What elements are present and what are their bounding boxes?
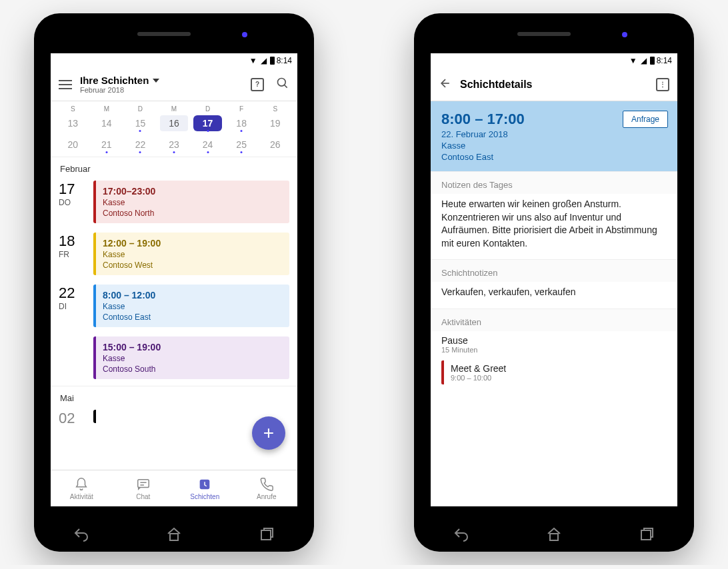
status-time: 8:14 (277, 56, 292, 65)
nav-calls[interactable]: Anrufe (236, 470, 298, 506)
back-hw-icon[interactable] (73, 526, 89, 542)
month-label: Februar (51, 157, 297, 178)
nav-shifts[interactable]: Schichten (174, 470, 236, 506)
shift-row[interactable]: 17DO 17:00–23:00KasseContoso North (51, 178, 297, 230)
recents-hw-icon[interactable] (639, 526, 655, 542)
chat-icon (136, 477, 151, 492)
phone-icon (259, 477, 274, 492)
detail-location: Kasse (441, 141, 667, 151)
shift-card[interactable]: 17:00–23:00KasseContoso North (93, 181, 289, 223)
svg-rect-7 (641, 530, 651, 540)
calendar-day[interactable]: 19 (258, 115, 292, 131)
day-notes-body: Heute erwarten wir keinen großen Ansturm… (431, 194, 677, 259)
activities-label: Aktivitäten (431, 308, 677, 331)
shift-card[interactable]: 15:00 – 19:00KasseContoso South (93, 336, 289, 379)
app-bar: Schichtdetails ⋮ (431, 68, 677, 101)
svg-rect-5 (261, 530, 271, 540)
status-bar: ▼ ◢ 8:14 (431, 53, 677, 68)
calendar-day[interactable]: 15 (123, 115, 157, 131)
home-hw-icon[interactable] (166, 526, 182, 542)
shift-notes-label: Schichtnotizen (431, 259, 677, 282)
home-hw-icon[interactable] (546, 526, 562, 542)
shift-row[interactable]: 22DI 8:00 – 12:00KasseContoso East (51, 282, 297, 334)
calendar-day[interactable]: 18 (225, 115, 259, 131)
calendar-day[interactable]: 24 (191, 137, 225, 153)
calendar-day[interactable]: 20 (56, 137, 90, 153)
back-hw-icon[interactable] (453, 526, 469, 542)
day-notes-label: Notizen des Tages (431, 171, 677, 194)
status-bar: ▼ ◢ 8:14 (51, 53, 297, 68)
calendar-day[interactable]: 25 (225, 137, 259, 153)
add-shift-fab[interactable]: + (252, 416, 285, 450)
status-time: 8:14 (657, 56, 672, 65)
bell-icon (74, 477, 89, 492)
nav-activity[interactable]: Aktivität (51, 470, 113, 506)
calendar-day-selected[interactable]: 17 (193, 115, 222, 131)
shift-notes-body: Verkaufen, verkaufen, verkaufen (431, 282, 677, 308)
shift-card[interactable]: 12:00 – 19:00KasseContoso West (93, 233, 289, 275)
details-title: Schichtdetails (460, 79, 532, 91)
chevron-down-icon (153, 79, 159, 83)
phone-frame-details: ▼ ◢ 8:14 Schichtdetails ⋮ 8:00 – 17:00 2… (414, 13, 694, 552)
calendar-day[interactable]: 13 (56, 115, 90, 131)
screen-details: ▼ ◢ 8:14 Schichtdetails ⋮ 8:00 – 17:00 2… (431, 53, 677, 506)
svg-rect-6 (550, 534, 558, 540)
nav-chat[interactable]: Chat (113, 470, 175, 506)
hardware-buttons (414, 526, 694, 542)
menu-icon[interactable] (59, 80, 72, 89)
weekday-header: SMDMDFS (51, 101, 297, 114)
svg-rect-2 (138, 479, 149, 487)
shift-detail-header: 8:00 – 17:00 22. Februar 2018 Kasse Cont… (431, 101, 677, 171)
battery-icon (650, 57, 655, 65)
app-title: Ihre Schichten (80, 75, 149, 86)
app-title-area[interactable]: Ihre Schichten Februar 2018 (80, 75, 243, 94)
battery-icon (270, 57, 275, 65)
calendar-day[interactable]: 23 (157, 137, 191, 153)
activity-item-pause[interactable]: Pause 15 Minuten (431, 331, 677, 358)
shifts-icon (197, 477, 212, 492)
recents-hw-icon[interactable] (259, 526, 275, 542)
request-button[interactable]: Anfrage (623, 111, 668, 128)
detail-date: 22. Februar 2018 (441, 129, 667, 139)
phone-frame-shifts: ▼ ◢ 8:14 Ihre Schichten Februar 2018 ? S… (34, 13, 314, 552)
calendar-day[interactable]: 26 (258, 137, 292, 153)
search-icon[interactable] (276, 77, 289, 93)
svg-point-0 (278, 78, 286, 86)
app-bar: Ihre Schichten Februar 2018 ? (51, 68, 297, 101)
calendar-row-2: 20 21 22 23 24 25 26 (51, 135, 297, 157)
hardware-buttons (34, 526, 314, 542)
bottom-nav: Aktivität Chat Schichten Anrufe (51, 470, 297, 506)
calendar-day[interactable]: 21 (90, 137, 124, 153)
calendar-row-1: 13 14 15 16 17 18 19 (51, 114, 297, 135)
screen-shifts: ▼ ◢ 8:14 Ihre Schichten Februar 2018 ? S… (51, 53, 297, 506)
detail-store: Contoso East (441, 152, 667, 162)
calendar-day[interactable]: 14 (90, 115, 124, 131)
shift-row[interactable]: 18FR 12:00 – 19:00KasseContoso West (51, 230, 297, 282)
back-icon[interactable] (439, 77, 452, 93)
month-label: Mai (51, 386, 297, 407)
app-subtitle: Februar 2018 (80, 86, 243, 94)
clock-help-icon[interactable]: ? (251, 78, 264, 91)
clock-share-icon[interactable]: ⋮ (656, 78, 669, 91)
shift-row[interactable]: 15:00 – 19:00KasseContoso South (51, 334, 297, 386)
calendar-day[interactable]: 22 (123, 137, 157, 153)
svg-rect-4 (170, 534, 178, 540)
activity-item-meet[interactable]: Meet & Greet 9:00 – 10:00 (441, 360, 667, 384)
svg-line-1 (285, 85, 287, 87)
calendar-day[interactable]: 16 (160, 115, 189, 131)
shift-card[interactable]: 8:00 – 12:00KasseContoso East (93, 284, 289, 327)
